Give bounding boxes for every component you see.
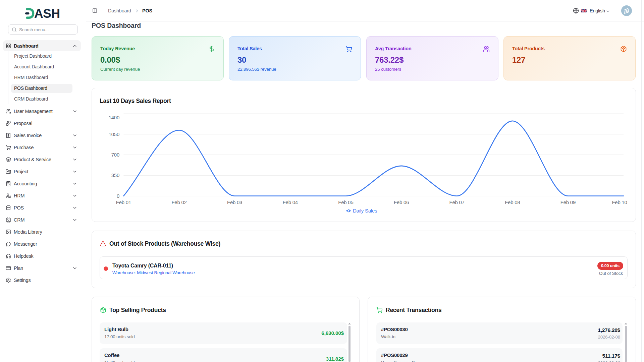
- svg-text:Feb 01: Feb 01: [116, 199, 131, 205]
- svg-text:Daily Sales: Daily Sales: [353, 208, 377, 214]
- svg-text:Feb 06: Feb 06: [394, 199, 409, 205]
- svg-text:Feb 04: Feb 04: [283, 199, 298, 205]
- svg-text:Feb 09: Feb 09: [560, 199, 576, 205]
- svg-text:Feb 08: Feb 08: [505, 199, 520, 205]
- svg-text:700: 700: [111, 152, 119, 158]
- svg-text:Feb 02: Feb 02: [171, 199, 186, 205]
- svg-text:Feb 07: Feb 07: [449, 199, 464, 205]
- svg-text:0: 0: [117, 193, 119, 199]
- svg-text:1400: 1400: [109, 115, 119, 120]
- svg-text:Feb 05: Feb 05: [338, 199, 353, 205]
- svg-text:Feb 10: Feb 10: [612, 199, 627, 205]
- svg-text:350: 350: [111, 172, 119, 178]
- svg-text:Feb 03: Feb 03: [227, 199, 242, 205]
- svg-text:ASH: ASH: [34, 7, 60, 19]
- svg-text:1050: 1050: [109, 131, 119, 137]
